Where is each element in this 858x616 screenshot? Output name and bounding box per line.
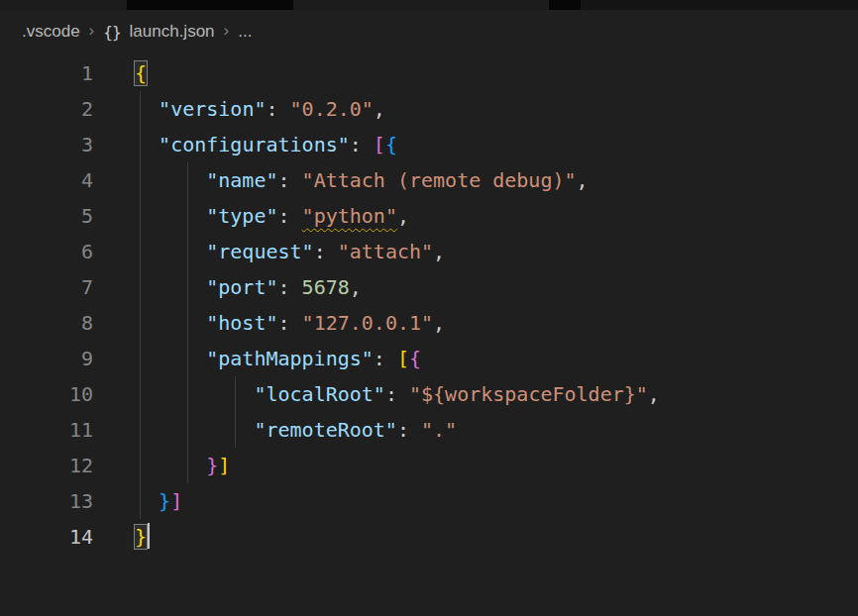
breadcrumb-file[interactable]: launch.json	[130, 22, 215, 42]
line-number[interactable]: 12	[0, 448, 93, 483]
code-token: ,	[433, 311, 445, 335]
code-token: {	[409, 347, 421, 370]
code-token: "name"	[206, 168, 277, 192]
code-token: "127.0.0.1"	[302, 311, 433, 335]
line-content[interactable]: "type": "python",	[135, 198, 858, 234]
line-number[interactable]: 13	[0, 483, 93, 519]
code-line[interactable]: 14}	[0, 519, 858, 555]
code-line[interactable]: 5 "type": "python",	[0, 198, 858, 234]
indent-guide	[140, 198, 141, 234]
code-token: "request"	[206, 240, 313, 263]
code-token: :	[278, 275, 302, 299]
code-token: :	[350, 133, 374, 156]
inactive-tab[interactable]	[581, 0, 858, 10]
line-content[interactable]: "name": "Attach (remote debug)",	[135, 162, 858, 198]
line-content[interactable]: "configurations": [{	[135, 127, 858, 162]
indent-guide	[235, 376, 236, 412]
code-token: "version"	[159, 97, 266, 121]
indent-guide	[187, 341, 188, 376]
line-number[interactable]: 4	[0, 162, 93, 198]
code-token: ,	[433, 240, 445, 263]
code-line[interactable]: 12 }]	[0, 448, 858, 483]
line-content[interactable]: }	[135, 519, 858, 555]
indent-guide	[140, 269, 141, 305]
code-token: [	[374, 133, 385, 156]
code-token: :	[278, 204, 302, 228]
code-token: :	[374, 347, 397, 370]
code-token: "pathMappings"	[206, 347, 374, 370]
line-content[interactable]: "request": "attach",	[135, 234, 858, 269]
code-token: 5678	[302, 275, 350, 299]
indent-guide	[187, 448, 188, 483]
code-token: "type"	[206, 204, 277, 228]
code-editor[interactable]: 1{2 "version": "0.2.0",3 "configurations…	[0, 53, 858, 616]
code-token: {	[385, 133, 397, 156]
inactive-tab[interactable]	[0, 0, 127, 10]
indent-guide	[140, 376, 141, 412]
code-line[interactable]: 1{	[0, 55, 858, 91]
line-content[interactable]: "localRoot": "${workspaceFolder}",	[135, 376, 858, 412]
code-token: "${workspaceFolder}"	[409, 382, 648, 406]
indent-guide	[187, 198, 188, 234]
line-number[interactable]: 10	[0, 376, 93, 412]
line-number[interactable]: 14	[0, 519, 93, 555]
indent-guide	[187, 269, 188, 305]
line-content[interactable]: }]	[135, 448, 858, 483]
line-number[interactable]: 11	[0, 412, 93, 448]
json-braces-icon: {}	[103, 23, 120, 42]
code-token: ,	[397, 204, 409, 228]
breadcrumb-folder[interactable]: .vscode	[22, 22, 80, 42]
code-token: ,	[350, 275, 362, 299]
code-line[interactable]: 8 "host": "127.0.0.1",	[0, 305, 858, 341]
code-line[interactable]: 3 "configurations": [{	[0, 127, 858, 162]
code-token: ]	[170, 489, 182, 513]
breadcrumb-symbols[interactable]: ...	[238, 22, 252, 42]
code-token: }	[159, 489, 170, 513]
code-line[interactable]: 4 "name": "Attach (remote debug)",	[0, 162, 858, 198]
line-content[interactable]: "remoteRoot": "."	[135, 412, 858, 448]
line-number[interactable]: 9	[0, 341, 93, 376]
line-content[interactable]: }]	[135, 483, 858, 519]
code-line[interactable]: 2 "version": "0.2.0",	[0, 91, 858, 127]
indent-guide	[235, 412, 236, 448]
line-content[interactable]: {	[135, 55, 858, 91]
matched-bracket: }	[135, 525, 147, 549]
code-token: "localRoot"	[254, 382, 384, 406]
line-number[interactable]: 5	[0, 198, 93, 234]
code-token: "attach"	[338, 240, 433, 263]
line-content[interactable]: "pathMappings": [{	[135, 341, 858, 376]
line-number[interactable]: 7	[0, 269, 93, 305]
indent-guide	[140, 162, 141, 198]
code-line[interactable]: 13 }]	[0, 483, 858, 519]
code-line[interactable]: 9 "pathMappings": [{	[0, 341, 858, 376]
line-number[interactable]: 6	[0, 234, 93, 269]
code-token: :	[278, 168, 302, 192]
code-token: }	[206, 454, 218, 477]
chevron-right-icon: ›	[89, 21, 95, 41]
indent-guide	[187, 234, 188, 269]
indent-guide	[140, 234, 141, 269]
code-token: ,	[374, 97, 385, 121]
indent-guide	[187, 376, 188, 412]
code-line[interactable]: 6 "request": "attach",	[0, 234, 858, 269]
code-token: ,	[577, 168, 589, 192]
line-content[interactable]: "host": "127.0.0.1",	[135, 305, 858, 341]
code-token: ]	[218, 454, 230, 477]
text-cursor	[148, 523, 150, 549]
code-token: :	[266, 97, 289, 121]
line-content[interactable]: "port": 5678,	[135, 269, 858, 305]
line-number[interactable]: 1	[0, 55, 93, 91]
code-line[interactable]: 10 "localRoot": "${workspaceFolder}",	[0, 376, 858, 412]
line-number[interactable]: 3	[0, 127, 93, 162]
inactive-tab[interactable]	[293, 0, 549, 10]
code-line[interactable]: 7 "port": 5678,	[0, 269, 858, 305]
code-token: "Attach (remote debug)"	[302, 168, 577, 192]
code-token: :	[278, 311, 302, 335]
line-number[interactable]: 2	[0, 91, 93, 127]
breadcrumb: .vscode › {} launch.json › ...	[0, 10, 858, 53]
code-line[interactable]: 11 "remoteRoot": "."	[0, 412, 858, 448]
line-content[interactable]: "version": "0.2.0",	[135, 91, 858, 127]
line-number[interactable]: 8	[0, 305, 93, 341]
indent-guide	[140, 448, 141, 483]
matched-bracket: {	[135, 61, 147, 85]
